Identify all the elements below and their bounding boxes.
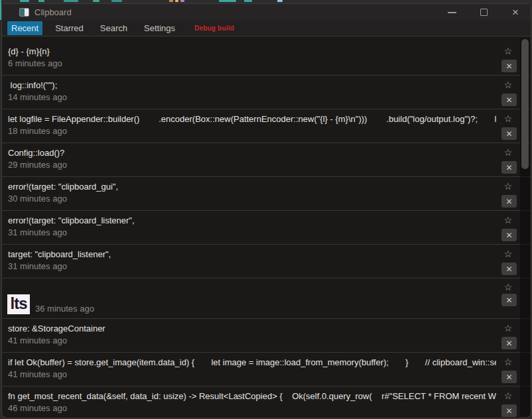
- delete-x-icon: ✕: [505, 130, 512, 138]
- window-title: Clipboard: [34, 7, 72, 17]
- entry-timestamp: 18 minutes ago: [8, 126, 67, 136]
- entry-text: fn get_most_recent_data(&self, data_id: …: [8, 391, 496, 402]
- delete-button[interactable]: ✕: [501, 404, 517, 417]
- entry-timestamp: 46 minutes ago: [8, 403, 67, 413]
- entry-timestamp: 31 minutes ago: [8, 227, 67, 237]
- star-icon: ☆: [504, 282, 513, 292]
- delete-button[interactable]: ✕: [501, 127, 517, 140]
- entry-text: {d} - {m}{n}: [8, 46, 496, 57]
- entry-text: if let Ok(buffer) = store.get_image(item…: [8, 357, 496, 368]
- delete-x-icon: ✕: [505, 96, 512, 104]
- clipboard-entry[interactable]: error!(target: "clipboard_listener", 31 …: [2, 211, 531, 245]
- tab-recent[interactable]: Recent: [7, 21, 42, 35]
- entry-text: log::info!("");: [8, 80, 496, 91]
- star-icon: ☆: [504, 357, 513, 367]
- star-icon: ☆: [504, 215, 513, 225]
- entry-timestamp: 31 minutes ago: [8, 261, 67, 271]
- star-button[interactable]: ☆: [501, 247, 515, 261]
- maximize-button[interactable]: [476, 5, 491, 20]
- minimize-icon: [448, 12, 456, 13]
- tab-settings[interactable]: Settings: [140, 21, 179, 35]
- clipboard-entry[interactable]: store: &StorageContainer 41 minutes ago …: [2, 319, 531, 353]
- clipboard-entry[interactable]: let logfile = FileAppender::builder() .e…: [2, 109, 531, 143]
- star-icon: ☆: [504, 46, 513, 56]
- entry-text: target: "clipboard_listener",: [8, 249, 496, 260]
- entry-text: store: &StorageContainer: [8, 324, 496, 334]
- delete-button[interactable]: ✕: [501, 60, 517, 72]
- delete-x-icon: ✕: [505, 296, 512, 304]
- star-icon: ☆: [504, 148, 513, 157]
- delete-button[interactable]: ✕: [501, 229, 517, 241]
- delete-button[interactable]: ✕: [501, 93, 517, 106]
- delete-button[interactable]: ✕: [501, 161, 517, 174]
- tab-starred[interactable]: Starred: [51, 21, 88, 35]
- window-controls: ×: [444, 4, 523, 21]
- clipboard-entry[interactable]: fn get_most_recent_data(&self, data_id: …: [2, 387, 531, 418]
- delete-button[interactable]: ✕: [501, 337, 517, 349]
- clipboard-list-container: {d} - {m}{n} 6 minutes ago ☆ ✕ log::info…: [2, 37, 531, 418]
- entry-timestamp: 30 minutes ago: [8, 194, 67, 204]
- delete-x-icon: ✕: [505, 62, 512, 70]
- debug-build-badge: Debug build: [194, 25, 234, 32]
- entry-timestamp: 29 minutes ago: [8, 160, 67, 170]
- star-button[interactable]: ☆: [501, 322, 515, 335]
- clipboard-entry[interactable]: target: "clipboard_listener", 31 minutes…: [2, 245, 531, 278]
- delete-x-icon: ✕: [505, 164, 512, 172]
- delete-x-icon: ✕: [505, 231, 512, 239]
- star-icon: ☆: [504, 391, 513, 400]
- star-icon: ☆: [504, 249, 513, 259]
- star-icon: ☆: [504, 182, 513, 191]
- entry-timestamp: 41 minutes ago: [8, 335, 67, 345]
- star-icon: ☆: [504, 80, 513, 90]
- entry-timestamp: 6 minutes ago: [8, 58, 62, 68]
- entry-text: Config::load()?: [8, 148, 496, 158]
- star-button[interactable]: ☆: [501, 112, 515, 125]
- window-titlebar[interactable]: Clipboard ×: [2, 4, 531, 21]
- delete-button[interactable]: ✕: [501, 263, 517, 275]
- entry-image-thumbnail: lts: [7, 294, 30, 314]
- star-button[interactable]: ☆: [501, 78, 515, 91]
- delete-x-icon: ✕: [505, 339, 512, 347]
- delete-x-icon: ✕: [505, 373, 512, 381]
- delete-x-icon: ✕: [505, 407, 512, 415]
- clipboard-entry[interactable]: log::info!(""); 14 minutes ago ☆ ✕: [2, 76, 531, 109]
- delete-button[interactable]: ✕: [501, 371, 517, 383]
- delete-button[interactable]: ✕: [501, 195, 517, 208]
- star-button[interactable]: ☆: [501, 180, 515, 193]
- tab-bar: Recent Starred Search Settings Debug bui…: [2, 21, 531, 36]
- star-button[interactable]: ☆: [501, 389, 515, 402]
- close-icon: ×: [512, 7, 519, 18]
- entry-timestamp: 14 minutes ago: [8, 92, 67, 102]
- delete-x-icon: ✕: [505, 265, 512, 273]
- entry-text: error!(target: "clipboard_listener",: [8, 215, 496, 226]
- star-button[interactable]: ☆: [501, 355, 515, 369]
- clipboard-entry[interactable]: lts 36 minutes ago ☆ ✕: [2, 278, 531, 319]
- entry-timestamp: 36 minutes ago: [35, 304, 94, 314]
- clipboard-entry[interactable]: {d} - {m}{n} 6 minutes ago ☆ ✕: [2, 42, 531, 76]
- entry-text: let logfile = FileAppender::builder() .e…: [8, 114, 496, 125]
- star-button[interactable]: ☆: [501, 213, 515, 227]
- maximize-icon: [480, 9, 488, 16]
- tab-search[interactable]: Search: [96, 21, 131, 35]
- scrollbar[interactable]: [520, 38, 530, 416]
- scrollbar-thumb[interactable]: [521, 39, 529, 169]
- clipboard-list: {d} - {m}{n} 6 minutes ago ☆ ✕ log::info…: [2, 42, 531, 418]
- entry-text: error!(target: "clipboard_gui",: [8, 182, 496, 192]
- star-icon: ☆: [504, 114, 513, 123]
- star-icon: ☆: [504, 324, 513, 333]
- clipboard-entry[interactable]: Config::load()? 29 minutes ago ☆ ✕: [2, 143, 531, 177]
- star-button[interactable]: ☆: [501, 44, 515, 58]
- star-button[interactable]: ☆: [501, 146, 515, 159]
- clipboard-window: Clipboard × Recent Starred Search Settin…: [1, 3, 531, 418]
- entry-timestamp: 41 minutes ago: [8, 369, 67, 379]
- delete-x-icon: ✕: [505, 198, 512, 206]
- minimize-button[interactable]: [444, 5, 459, 20]
- clipboard-entry[interactable]: if let Ok(buffer) = store.get_image(item…: [2, 353, 531, 387]
- clipboard-entry[interactable]: error!(target: "clipboard_gui", 30 minut…: [2, 177, 531, 211]
- app-icon: [19, 8, 29, 17]
- star-button[interactable]: ☆: [501, 280, 515, 294]
- delete-button[interactable]: ✕: [501, 294, 517, 306]
- close-button[interactable]: ×: [508, 5, 523, 20]
